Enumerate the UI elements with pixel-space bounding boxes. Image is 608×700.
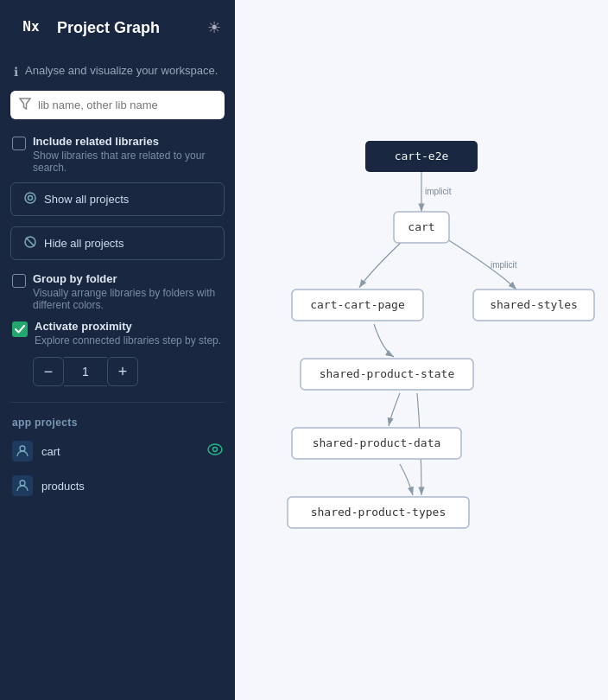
svg-line-6	[26, 238, 35, 246]
node-shared-styles-label: shared-styles	[490, 298, 578, 311]
include-libraries-checkbox[interactable]	[12, 137, 26, 150]
svg-point-4	[28, 196, 33, 200]
project-name-cart: cart	[41, 445, 199, 458]
group-by-folder-desc: Visually arrange libraries by folders wi…	[33, 287, 223, 311]
project-icon-cart	[12, 441, 33, 461]
edge-cart-cart-page-to-shared-product-state	[374, 324, 394, 357]
page-title: Project Graph	[57, 19, 199, 37]
edge-label-implicit-2: implicit	[491, 260, 517, 270]
search-section	[0, 91, 235, 130]
eye-slash-icon	[23, 235, 37, 251]
svg-point-9	[213, 448, 218, 452]
node-shared-product-types-label: shared-product-types	[311, 506, 446, 519]
edge-shared-product-state-to-shared-product-data	[389, 393, 400, 426]
stepper-minus-button[interactable]: −	[33, 357, 64, 386]
hide-all-row: Hide all projects	[0, 221, 235, 265]
info-text: Analyse and visualize your workspace.	[25, 64, 218, 77]
svg-point-7	[20, 446, 25, 451]
svg-point-8	[208, 444, 222, 455]
hide-all-button[interactable]: Hide all projects	[10, 226, 225, 260]
sidebar: Nx Project Graph ☀ ℹ Analyse and visuali…	[0, 0, 235, 700]
graph-svg: implicit implicit cart-e2e cart cart-car…	[240, 99, 603, 601]
group-by-folder-checkbox[interactable]	[12, 274, 26, 288]
edge-shared-product-data-to-shared-product-types	[400, 464, 413, 495]
app-projects-label: app projects	[0, 408, 235, 434]
show-all-label: Show all projects	[44, 193, 129, 206]
theme-toggle-icon[interactable]: ☀	[207, 18, 221, 37]
show-all-button[interactable]: Show all projects	[10, 182, 225, 216]
filter-icon	[19, 98, 31, 112]
activate-proximity-checkbox[interactable]	[12, 321, 28, 337]
nx-logo: Nx	[14, 10, 48, 45]
svg-text:Nx: Nx	[22, 18, 40, 35]
project-item-cart[interactable]: cart	[0, 434, 235, 468]
edge-label-implicit-1: implicit	[425, 187, 452, 196]
graph-container: implicit implicit cart-e2e cart cart-car…	[235, 0, 608, 700]
info-icon: ℹ	[14, 65, 18, 79]
hide-all-label: Hide all projects	[44, 237, 124, 250]
node-shared-product-state-label: shared-product-state	[320, 367, 455, 380]
eye-circle-icon	[23, 191, 37, 207]
group-by-folder-row: Group by folder Visually arrange librari…	[0, 265, 235, 315]
include-libraries-row: Include related libraries Show libraries…	[0, 130, 235, 177]
project-name-products: products	[41, 480, 223, 493]
svg-point-10	[20, 480, 25, 486]
node-cart-cart-page-label: cart-cart-page	[310, 298, 405, 311]
include-libraries-label: Include related libraries	[33, 135, 223, 148]
info-row: ℹ Analyse and visualize your workspace.	[0, 55, 235, 91]
search-box	[10, 91, 225, 119]
stepper-plus-button[interactable]: +	[107, 357, 138, 386]
stepper-row: − 1 +	[33, 357, 223, 386]
header: Nx Project Graph ☀	[0, 0, 235, 55]
show-all-row: Show all projects	[0, 177, 235, 221]
activate-proximity-row: Activate proximity Explore connected lib…	[0, 315, 235, 350]
visible-icon-cart[interactable]	[207, 443, 223, 459]
search-input[interactable]	[38, 99, 216, 111]
activate-proximity-desc: Explore connected libraries step by step…	[35, 334, 221, 347]
edge-cart-to-cart-cart-page	[359, 239, 404, 288]
activate-proximity-label: Activate proximity	[35, 320, 221, 333]
svg-marker-2	[20, 99, 30, 109]
svg-point-3	[25, 193, 35, 203]
group-by-folder-label: Group by folder	[33, 272, 223, 285]
node-cart-e2e-label: cart-e2e	[395, 150, 449, 162]
include-libraries-desc: Show libraries that are related to your …	[33, 150, 223, 174]
divider	[10, 402, 225, 403]
node-cart-label: cart	[408, 220, 434, 233]
node-shared-product-data-label: shared-product-data	[313, 436, 441, 449]
project-item-products[interactable]: products	[0, 468, 235, 503]
project-icon-products	[12, 475, 33, 496]
main-area: implicit implicit cart-e2e cart cart-car…	[235, 0, 608, 700]
stepper-value: 1	[64, 357, 107, 386]
